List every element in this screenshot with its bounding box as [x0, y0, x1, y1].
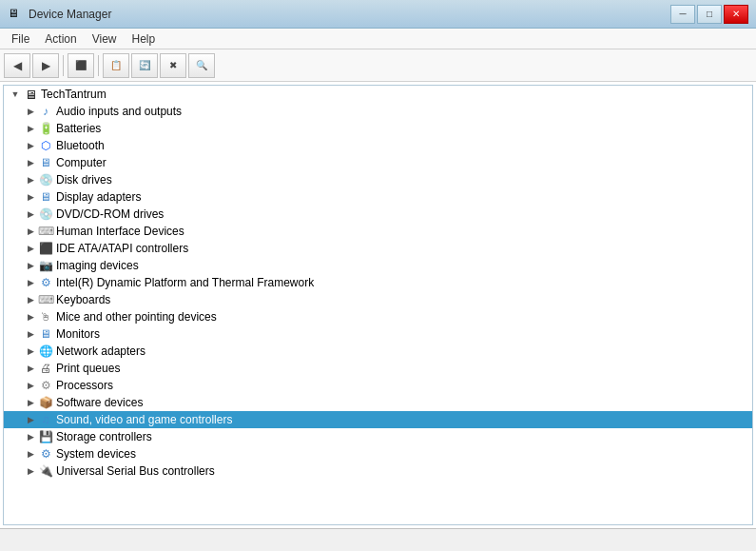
sound-icon: ♫ — [38, 412, 53, 427]
usb-label: Universal Serial Bus controllers — [56, 464, 215, 478]
display-icon: 🖥 — [38, 189, 53, 205]
tree-item-monitors[interactable]: 🖥Monitors — [4, 325, 752, 343]
network-expander[interactable] — [23, 344, 38, 359]
tree-item-disk[interactable]: 💿Disk drives — [4, 171, 752, 188]
window-title: Device Manager — [29, 8, 111, 21]
software-label: Software devices — [56, 396, 143, 409]
up-button[interactable]: ⬛ — [68, 53, 94, 78]
network-label: Network adapters — [56, 344, 145, 358]
tree-item-network[interactable]: 🌐Network adapters — [4, 343, 752, 360]
monitors-icon: 🖥 — [38, 326, 53, 342]
intel-icon: ⚙ — [38, 275, 53, 290]
dvd-icon: 💿 — [38, 207, 53, 222]
bluetooth-icon: ⬡ — [38, 138, 53, 153]
hid-expander[interactable] — [23, 224, 38, 239]
storage-expander[interactable] — [23, 429, 38, 444]
tree-item-system[interactable]: ⚙System devices — [4, 445, 752, 462]
audio-icon: ♪ — [38, 104, 53, 119]
tree-item-mice[interactable]: 🖱Mice and other pointing devices — [4, 308, 752, 325]
tree-item-computer[interactable]: 🖥Computer — [4, 154, 752, 171]
bluetooth-expander[interactable] — [23, 138, 38, 153]
tree-item-intel[interactable]: ⚙Intel(R) Dynamic Platform and Thermal F… — [4, 274, 752, 291]
disk-label: Disk drives — [56, 173, 112, 187]
print-label: Print queues — [56, 362, 120, 375]
hid-label: Human Interface Devices — [56, 225, 184, 238]
dvd-label: DVD/CD-ROM drives — [56, 207, 164, 221]
sound-label: Sound, video and game controllers — [56, 413, 232, 426]
display-expander[interactable] — [23, 189, 38, 205]
software-expander[interactable] — [23, 395, 38, 410]
tree-item-ide[interactable]: ⬛IDE ATA/ATAPI controllers — [4, 240, 752, 257]
uninstall-button[interactable]: ✖ — [160, 53, 186, 78]
app-icon: 🖥 — [8, 7, 23, 22]
storage-label: Storage controllers — [56, 430, 152, 443]
toolbar-sep-2 — [98, 55, 99, 76]
device-tree[interactable]: 🖥 TechTantrum ♪Audio inputs and outputs🔋… — [3, 85, 753, 525]
keyboards-label: Keyboards — [56, 293, 110, 306]
keyboards-expander[interactable] — [23, 292, 38, 307]
tree-item-processors[interactable]: ⚙Processors — [4, 377, 752, 394]
mice-icon: 🖱 — [38, 309, 53, 325]
usb-expander[interactable] — [23, 463, 38, 479]
tree-item-batteries[interactable]: 🔋Batteries — [4, 120, 752, 137]
system-label: System devices — [56, 447, 136, 461]
tree-item-hid[interactable]: ⌨Human Interface Devices — [4, 223, 752, 240]
menu-file[interactable]: File — [4, 30, 37, 48]
audio-expander[interactable] — [23, 104, 38, 119]
processors-expander[interactable] — [23, 378, 38, 393]
imaging-icon: 📷 — [38, 258, 53, 273]
tree-item-print[interactable]: 🖨Print queues — [4, 360, 752, 377]
monitors-expander[interactable] — [23, 326, 38, 342]
disk-expander[interactable] — [23, 172, 38, 187]
title-bar-left: 🖥 Device Manager — [8, 7, 111, 22]
forward-button[interactable]: ▶ — [32, 53, 59, 78]
minimize-button[interactable]: ─ — [670, 5, 695, 24]
root-label: TechTantrum — [41, 88, 107, 101]
menu-help[interactable]: Help — [125, 30, 164, 48]
system-icon: ⚙ — [38, 446, 53, 462]
print-expander[interactable] — [23, 361, 38, 376]
display-label: Display adapters — [56, 190, 141, 204]
tree-root[interactable]: 🖥 TechTantrum — [4, 86, 752, 103]
scan-button[interactable]: 🔍 — [188, 53, 215, 78]
menu-view[interactable]: View — [85, 30, 125, 48]
toolbar-sep-1 — [63, 55, 64, 76]
close-button[interactable]: ✕ — [724, 5, 748, 24]
tree-item-bluetooth[interactable]: ⬡Bluetooth — [4, 137, 752, 154]
tree-item-audio[interactable]: ♪Audio inputs and outputs — [4, 103, 752, 120]
tree-item-keyboards[interactable]: ⌨Keyboards — [4, 291, 752, 308]
properties-button[interactable]: 📋 — [103, 53, 129, 78]
tree-item-software[interactable]: 📦Software devices — [4, 394, 752, 411]
mice-expander[interactable] — [23, 309, 38, 325]
computer-expander[interactable] — [23, 155, 38, 170]
intel-expander[interactable] — [23, 275, 38, 290]
processors-label: Processors — [56, 379, 113, 392]
keyboards-icon: ⌨ — [38, 292, 53, 307]
sound-expander[interactable] — [23, 412, 38, 427]
computer-icon: 🖥 — [38, 155, 53, 170]
imaging-expander[interactable] — [23, 258, 38, 273]
network-icon: 🌐 — [38, 344, 53, 359]
processors-icon: ⚙ — [38, 378, 53, 393]
tree-item-display[interactable]: 🖥Display adapters — [4, 188, 752, 206]
batteries-expander[interactable] — [23, 121, 38, 136]
software-icon: 📦 — [38, 395, 53, 410]
update-button[interactable]: 🔄 — [131, 53, 158, 78]
tree-item-imaging[interactable]: 📷Imaging devices — [4, 257, 752, 274]
hid-icon: ⌨ — [38, 224, 53, 239]
ide-expander[interactable] — [23, 241, 38, 256]
back-button[interactable]: ◀ — [4, 53, 30, 78]
tree-item-sound[interactable]: ♫Sound, video and game controllers — [4, 411, 752, 428]
maximize-button[interactable]: □ — [697, 5, 722, 24]
menu-action[interactable]: Action — [37, 30, 84, 48]
dvd-expander[interactable] — [23, 207, 38, 222]
tree-item-storage[interactable]: 💾Storage controllers — [4, 428, 752, 445]
system-expander[interactable] — [23, 446, 38, 462]
tree-item-usb[interactable]: 🔌Universal Serial Bus controllers — [4, 462, 752, 480]
bluetooth-label: Bluetooth — [56, 139, 105, 152]
toolbar: ◀ ▶ ⬛ 📋 🔄 ✖ 🔍 — [0, 49, 756, 82]
title-buttons: ─ □ ✕ — [670, 5, 748, 24]
status-bar — [0, 528, 756, 551]
tree-item-dvd[interactable]: 💿DVD/CD-ROM drives — [4, 206, 752, 223]
root-expander[interactable] — [8, 87, 23, 102]
